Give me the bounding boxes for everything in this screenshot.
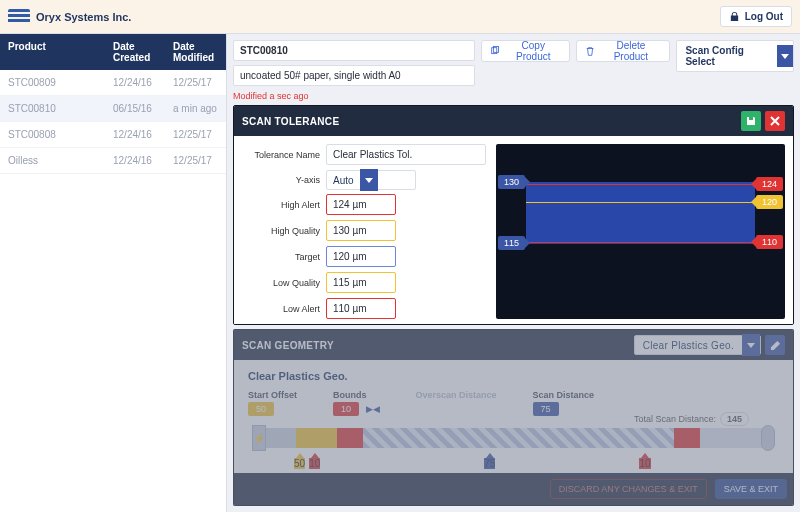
chevron-down-icon — [777, 45, 794, 67]
copy-icon — [490, 46, 500, 57]
tolerance-chart: 130 115 124 120 110 — [496, 144, 785, 319]
track-markers: 50 10 75 10 — [294, 458, 779, 469]
scan-geometry-wrap: SCAN GEOMETRY Clear Plastics Geo. Clear … — [233, 329, 794, 506]
yaxis-select[interactable]: Auto — [326, 170, 416, 190]
logout-button[interactable]: Log Out — [720, 6, 792, 27]
tol-input[interactable] — [326, 220, 396, 241]
marker-bound-l: 10 — [309, 458, 320, 469]
main: Modified a sec ago Copy Product Delete P… — [227, 34, 800, 512]
chart-right-high: 124 — [756, 177, 783, 191]
overscan-field: Overscan Distance — [416, 390, 497, 416]
product-row[interactable]: STC0080812/24/1612/25/17 — [0, 122, 226, 148]
tolerance-title: SCAN TOLERANCE — [242, 116, 339, 127]
tol-input[interactable] — [326, 246, 396, 267]
tol-label: High Alert — [281, 200, 320, 210]
product-desc-input[interactable] — [233, 65, 475, 86]
product-list-header: Product Date Created Date Modified — [0, 34, 226, 70]
tol-label: Low Quality — [273, 278, 320, 288]
chart-left-high: 130 — [498, 175, 525, 189]
lock-icon — [729, 11, 740, 22]
brand-name: Oryx Systems Inc. — [36, 11, 131, 23]
chart-right-mid: 120 — [756, 195, 783, 209]
product-header: Modified a sec ago Copy Product Delete P… — [233, 40, 794, 101]
scan-distance-field: Scan Distance 75 — [533, 390, 595, 416]
total-scan-distance: Total Scan Distance:145 — [634, 414, 749, 424]
geometry-track: Total Scan Distance:145 ⚡ — [254, 428, 773, 448]
brand: Oryx Systems Inc. — [8, 9, 131, 25]
product-code-input[interactable] — [233, 40, 475, 61]
col-modified: Date Modified — [165, 34, 225, 70]
logout-label: Log Out — [745, 11, 783, 22]
product-row[interactable]: STC0081006/15/16a min ago — [0, 96, 226, 122]
tol-input[interactable] — [326, 298, 396, 319]
panel-footer: DISCARD ANY CHANGES & EXIT SAVE & EXIT — [234, 473, 793, 505]
geometry-select-value: Clear Plastics Geo. — [635, 337, 742, 354]
scan-config-label: Scan Config Select — [677, 41, 776, 71]
tol-input[interactable] — [326, 272, 396, 293]
product-list: Product Date Created Date Modified STC00… — [0, 34, 227, 512]
product-row[interactable]: Oilless12/24/1612/25/17 — [0, 148, 226, 174]
trash-icon — [585, 46, 595, 57]
col-product: Product — [0, 34, 105, 70]
modified-note: Modified a sec ago — [233, 91, 475, 101]
close-icon[interactable] — [765, 111, 785, 131]
marker-bound-r: 10 — [639, 458, 650, 469]
track-end-handle[interactable] — [761, 425, 775, 451]
bounds-field: Bounds 10 ▶◀ — [333, 390, 380, 416]
marker-scan: 75 — [484, 458, 495, 469]
tol-label: High Quality — [271, 226, 320, 236]
edit-icon[interactable] — [765, 335, 785, 355]
geometry-select[interactable]: Clear Plastics Geo. — [634, 335, 761, 355]
chevron-down-icon — [742, 334, 760, 356]
yaxis-label: Y-axis — [296, 175, 320, 185]
bounds-toggle-icon[interactable]: ▶◀ — [366, 404, 380, 414]
delete-product-button[interactable]: Delete Product — [576, 40, 670, 62]
scan-distance-value[interactable]: 75 — [533, 402, 559, 416]
copy-product-button[interactable]: Copy Product — [481, 40, 570, 62]
tol-label: Low Alert — [283, 304, 320, 314]
chart-left-low: 115 — [498, 236, 525, 250]
geometry-title: SCAN GEOMETRY — [242, 340, 334, 351]
chart-right-low: 110 — [756, 235, 783, 249]
start-offset-value[interactable]: 50 — [248, 402, 274, 416]
scan-config-select[interactable]: Scan Config Select — [676, 40, 794, 72]
geometry-heading: Clear Plastics Geo. — [248, 370, 779, 382]
scan-geometry-panel: SCAN GEOMETRY Clear Plastics Geo. Clear … — [233, 329, 794, 506]
bounds-value[interactable]: 10 — [333, 402, 359, 416]
tol-label: Target — [295, 252, 320, 262]
logo-icon — [8, 9, 30, 25]
marker-start: 50 — [294, 458, 305, 469]
save-exit-button[interactable]: SAVE & EXIT — [715, 479, 787, 499]
track-start-handle[interactable]: ⚡ — [252, 425, 266, 451]
tolerance-name-label: Tolerance Name — [254, 150, 320, 160]
delete-label: Delete Product — [600, 40, 661, 62]
scan-tolerance-panel: SCAN TOLERANCE Tolerance Name Y-axis Aut… — [233, 105, 794, 325]
discard-button[interactable]: DISCARD ANY CHANGES & EXIT — [550, 479, 707, 499]
tol-input[interactable] — [326, 194, 396, 215]
yaxis-value: Auto — [327, 173, 360, 188]
col-created: Date Created — [105, 34, 165, 70]
start-offset-field: Start Offset 50 — [248, 390, 297, 416]
chevron-down-icon — [360, 169, 378, 191]
topbar: Oryx Systems Inc. Log Out — [0, 0, 800, 34]
save-icon[interactable] — [741, 111, 761, 131]
product-row[interactable]: STC0080912/24/1612/25/17 — [0, 70, 226, 96]
tolerance-name-input[interactable] — [326, 144, 486, 165]
copy-label: Copy Product — [505, 40, 561, 62]
